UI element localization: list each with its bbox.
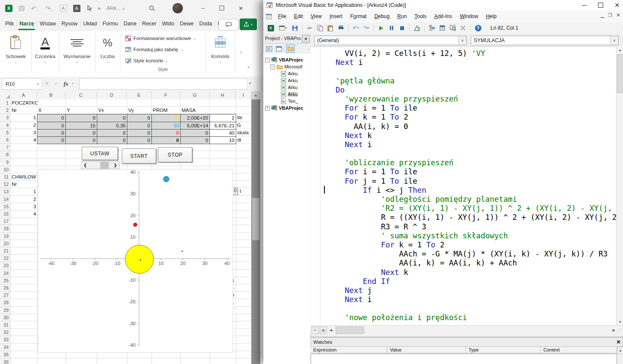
close-button[interactable]: ✕ bbox=[614, 2, 620, 9]
formula-input[interactable] bbox=[79, 78, 248, 89]
cell-E5[interactable]: 0 bbox=[127, 129, 152, 137]
watch-column-value[interactable]: Value bbox=[387, 347, 466, 353]
object-dropdown[interactable]: (General)∨ bbox=[314, 36, 467, 45]
name-box[interactable]: R10 ∨ bbox=[2, 78, 42, 89]
code-line-11[interactable]: Next i bbox=[327, 140, 616, 149]
cell-C4[interactable]: 15 bbox=[65, 122, 97, 130]
close-icon[interactable]: ✕ bbox=[615, 338, 622, 345]
ribbon-group-alignment[interactable]: Wyrównanie ⌄ bbox=[59, 33, 96, 73]
code-line-16[interactable]: If i <> j Then bbox=[327, 186, 616, 195]
row-header-33[interactable]: 33 bbox=[0, 337, 9, 343]
row-header-24[interactable]: 24 bbox=[0, 271, 9, 277]
tree-item-ten_-6[interactable]: Ten_ bbox=[275, 98, 298, 105]
tab-dane[interactable]: Dane bbox=[121, 17, 139, 30]
text-style-dark-icon[interactable]: A bbox=[73, 5, 80, 12]
cell-H5[interactable]: 40 bbox=[210, 129, 236, 137]
button-stop[interactable]: STOP bbox=[158, 147, 192, 162]
cell-B2[interactable]: X bbox=[37, 107, 66, 114]
tab-doda[interactable]: Doda bbox=[197, 17, 215, 30]
toggle-folders-icon[interactable] bbox=[286, 44, 295, 53]
paste-icon[interactable] bbox=[327, 24, 334, 32]
child-minimize-icon[interactable]: ▁ bbox=[601, 13, 604, 18]
column-header-H[interactable]: H bbox=[210, 91, 236, 99]
cell-D6[interactable]: 0 bbox=[97, 136, 127, 144]
toolbox-icon[interactable] bbox=[459, 24, 467, 32]
tab-rysow[interactable]: Rysow bbox=[59, 17, 80, 30]
insert-function-icon[interactable]: fx bbox=[64, 80, 68, 87]
more-commands-icon[interactable]: » bbox=[98, 6, 101, 11]
cell-A11[interactable]: CHWILOW bbox=[10, 173, 37, 181]
code-line-23[interactable]: AAch = -G * MA(j) * (XY(i, k) - XY(j, k)… bbox=[327, 250, 616, 259]
project-panel-header[interactable]: Project - VBAPro ✕ bbox=[263, 34, 311, 43]
column-header-E[interactable]: E bbox=[127, 91, 151, 99]
cell-A2[interactable]: Nr bbox=[10, 107, 37, 114]
bubble-chart[interactable]: -40-30-20-10010203040403020100-10-20-30-… bbox=[38, 169, 233, 353]
watch-column-type[interactable]: Type bbox=[466, 347, 541, 353]
cell-C6[interactable]: 0 bbox=[65, 136, 97, 144]
watch-column-context[interactable]: Context bbox=[541, 347, 617, 353]
column-header-D[interactable]: D bbox=[97, 91, 127, 99]
row-header-7[interactable]: 7 bbox=[0, 145, 9, 151]
tab-wstaw[interactable]: Wstaw bbox=[37, 17, 59, 30]
code-line-9[interactable]: AA(i, k) = 0 bbox=[327, 122, 616, 131]
tab-dewe[interactable]: Dewe bbox=[177, 17, 196, 30]
enter-icon[interactable]: ✓ bbox=[54, 80, 59, 86]
column-header-B[interactable]: B bbox=[37, 91, 65, 99]
spinner-track[interactable] bbox=[89, 162, 111, 169]
row-header-21[interactable]: 21 bbox=[0, 248, 9, 255]
cell-F4[interactable]: 10 bbox=[151, 122, 181, 130]
code-line-21[interactable]: ' suma wszystkich składowych bbox=[327, 231, 616, 241]
code-line-25[interactable]: Next k bbox=[327, 268, 616, 277]
watches-title[interactable]: Watches ✕ bbox=[311, 337, 623, 347]
expand-icon[interactable]: + bbox=[265, 106, 270, 111]
expand-formula-bar-icon[interactable]: ∨ bbox=[249, 81, 252, 85]
collapse-ribbon-icon[interactable]: ⌄ bbox=[244, 64, 253, 71]
save-icon[interactable] bbox=[19, 5, 25, 12]
cell-H4[interactable]: 6,67E-21 bbox=[210, 122, 236, 130]
row-header-12[interactable]: 12 bbox=[0, 182, 9, 188]
row-header-19[interactable]: 19 bbox=[0, 234, 9, 240]
cell-I4[interactable]: G bbox=[236, 122, 252, 130]
run-icon[interactable] bbox=[377, 24, 385, 32]
view-excel-icon[interactable]: X bbox=[267, 24, 274, 32]
scroll-down-icon[interactable]: ▼ bbox=[617, 318, 623, 325]
spinner-thumb[interactable] bbox=[100, 162, 109, 169]
menu-edit[interactable]: Edit bbox=[290, 13, 307, 19]
sheet-grid[interactable]: 1234567891011121314151617181920212223242… bbox=[0, 99, 251, 364]
code-line-27[interactable]: Next j bbox=[327, 286, 616, 295]
spinner-right-icon[interactable]: ❯ bbox=[111, 163, 119, 167]
redo-icon[interactable]: ↷▾ bbox=[362, 24, 370, 32]
scroll-right-icon[interactable]: ▶ bbox=[613, 328, 615, 332]
redo-icon[interactable]: ↷⌄ bbox=[45, 5, 53, 12]
text-style-light-icon[interactable]: A bbox=[60, 5, 67, 12]
find-icon[interactable] bbox=[337, 24, 345, 32]
body-dot-far[interactable] bbox=[182, 251, 183, 252]
cell-B4[interactable]: 0 bbox=[37, 122, 66, 130]
cell-H6[interactable]: 10 bbox=[210, 136, 236, 144]
row-header-17[interactable]: 17 bbox=[0, 219, 9, 225]
cell-H3[interactable]: 2 bbox=[210, 114, 236, 122]
watch-column-expression[interactable]: Expression bbox=[311, 347, 387, 353]
menu-window[interactable]: Window bbox=[456, 13, 482, 19]
button-start[interactable]: START bbox=[122, 148, 156, 163]
code-line-6[interactable]: 'wyzerowanie przyspieszeń bbox=[327, 95, 616, 104]
cell-G5[interactable]: 0 bbox=[180, 129, 210, 137]
scroll-left-icon[interactable]: ◀ bbox=[330, 328, 332, 332]
row-header-14[interactable]: 14 bbox=[0, 197, 9, 203]
code-line-14[interactable]: For i = 1 To ile bbox=[327, 167, 616, 176]
scrollbar-thumb[interactable] bbox=[252, 198, 259, 240]
row-header-25[interactable]: 25 bbox=[0, 278, 9, 284]
body-sun[interactable] bbox=[125, 245, 154, 274]
tree-item-vbaprojec-7[interactable]: +VBAProjec bbox=[265, 105, 303, 111]
body-blue[interactable] bbox=[163, 176, 169, 182]
row-header-16[interactable]: 16 bbox=[0, 211, 9, 218]
row-header-4[interactable]: 4 bbox=[0, 123, 9, 129]
tab-formu[interactable]: Formu bbox=[100, 17, 120, 30]
view-code-icon[interactable] bbox=[265, 44, 273, 53]
share-button[interactable]: ∨ bbox=[240, 19, 257, 30]
code-line-15[interactable]: For j = 1 To ile bbox=[327, 177, 616, 186]
cut-icon[interactable]: ✂ bbox=[306, 24, 314, 32]
code-vertical-scrollbar[interactable]: ▲ ▼ bbox=[616, 46, 623, 325]
row-header-27[interactable]: 27 bbox=[0, 293, 9, 299]
cell-A16[interactable]: 4 bbox=[10, 210, 37, 218]
